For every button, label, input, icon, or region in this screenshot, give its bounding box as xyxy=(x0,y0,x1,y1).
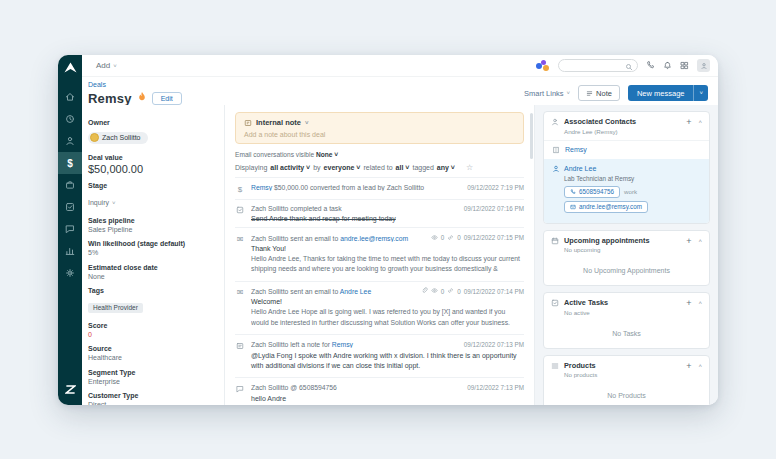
deal-value-label: Deal value xyxy=(88,154,216,161)
timestamp: 09/12/2022 07:16 PM xyxy=(464,205,524,212)
card-title: Associated Contacts xyxy=(564,117,636,126)
eye-icon xyxy=(431,287,438,295)
email-recipient-link[interactable]: andre.lee@remsy.com xyxy=(340,235,408,242)
add-product-button[interactable]: + xyxy=(686,361,691,371)
close-date-label: Estimated close date xyxy=(88,264,216,271)
user-filter-dropdown[interactable]: everyone ˅ xyxy=(324,164,361,171)
chevron-down-icon: ˅ xyxy=(112,200,116,206)
timestamp: 09/12/2022 7:13 PM xyxy=(467,384,524,391)
person-icon xyxy=(552,165,560,173)
envelope-icon: ✉ xyxy=(235,234,245,276)
visibility-dropdown[interactable]: None ˅ xyxy=(316,151,338,158)
feed-item-email: ✉ Zach Sollitto sent an email to andre.l… xyxy=(235,227,524,281)
feed-scrollbar[interactable] xyxy=(530,113,533,159)
active-tasks-card: Active Tasks No active + ˄ No Tasks xyxy=(543,292,710,349)
companies-icon[interactable] xyxy=(58,174,82,196)
add-contact-button[interactable]: + xyxy=(686,117,691,127)
timestamp: 09/12/2022 7:19 PM xyxy=(467,184,524,191)
home-icon[interactable] xyxy=(58,86,82,108)
empty-state: No Upcoming Appointments xyxy=(544,258,709,285)
link-icon xyxy=(447,287,454,295)
phone-chip[interactable]: 6508594756 xyxy=(564,186,620,198)
timestamp: 09/12/2022 07:13 PM xyxy=(464,341,524,348)
card-subtitle: No active xyxy=(564,309,608,316)
smart-links-dropdown[interactable]: Smart Links˅ xyxy=(524,89,570,98)
appointments-card: Upcoming appointments No upcoming + ˄ No… xyxy=(543,230,710,287)
sell-sidebar-logo-icon xyxy=(63,60,78,78)
card-subtitle: No products xyxy=(564,371,597,378)
zendesk-logo-icon xyxy=(65,384,76,397)
card-subtitle: Andre Lee (Remsy) xyxy=(564,128,636,135)
settings-gear-icon[interactable] xyxy=(58,262,82,284)
check-square-icon xyxy=(235,205,245,222)
add-task-button[interactable]: + xyxy=(686,298,691,308)
contact-icon xyxy=(551,117,559,126)
customer-type-label: Customer Type xyxy=(88,392,216,399)
pipeline-label: Sales pipeline xyxy=(88,217,216,224)
leads-icon[interactable] xyxy=(58,130,82,152)
history-icon[interactable] xyxy=(58,108,82,130)
envelope-icon: ✉ xyxy=(235,287,245,329)
email-preview: Hello Andre Lee, Thanks for taking the t… xyxy=(251,254,524,276)
activity-filter-dropdown[interactable]: all activity ˅ xyxy=(270,164,310,171)
eye-icon xyxy=(431,234,438,242)
owner-chip[interactable]: Zach Sollitto xyxy=(88,132,148,144)
source-value: Healthcare xyxy=(88,354,216,361)
collapse-chevron-icon[interactable]: ˄ xyxy=(698,119,702,125)
related-filter-dropdown[interactable]: all ˅ xyxy=(396,164,410,171)
contact-name-link[interactable]: Andre Lee xyxy=(552,165,701,173)
widgets-panel: Associated Contacts Andre Lee (Remsy) + … xyxy=(535,105,718,405)
internal-note-composer[interactable]: Internal note ˅ Add a note about this de… xyxy=(235,112,524,144)
breadcrumb-deals-link[interactable]: Deals xyxy=(88,81,106,88)
company-link[interactable]: Remsy xyxy=(565,146,587,153)
pipeline-value: Sales Pipeline xyxy=(88,226,216,233)
tasks-icon[interactable] xyxy=(58,196,82,218)
email-chip[interactable]: andre.lee@remsy.com xyxy=(564,201,648,213)
search-input[interactable] xyxy=(558,59,638,72)
note-lines-icon xyxy=(586,90,593,97)
add-appointment-button[interactable]: + xyxy=(686,236,691,246)
email-recipient-link[interactable]: Andre Lee xyxy=(340,288,371,295)
reports-icon[interactable] xyxy=(58,240,82,262)
favorite-filter-star-icon[interactable]: ☆ xyxy=(466,163,473,172)
note-icon xyxy=(235,341,245,373)
profile-avatar[interactable] xyxy=(697,59,710,72)
win-likelihood-value: 5% xyxy=(88,249,216,256)
note-button[interactable]: Note xyxy=(578,85,620,101)
notifications-bell-icon[interactable] xyxy=(663,61,672,70)
tag-chip[interactable]: Health Provider xyxy=(88,303,143,313)
new-message-button[interactable]: New message ˅ xyxy=(628,85,708,101)
note-placeholder[interactable]: Add a note about this deal xyxy=(244,131,515,138)
feed-item-converted: $ Remsy $50,000.00 converted from a lead… xyxy=(235,177,524,199)
empty-state: No Products xyxy=(544,383,709,405)
chevron-down-icon: ˅ xyxy=(113,63,117,69)
source-label: Source xyxy=(88,345,216,352)
communications-icon[interactable] xyxy=(58,218,82,240)
win-likelihood-label: Win likelihood (stage default) xyxy=(88,240,216,247)
chevron-down-icon[interactable]: ˅ xyxy=(305,120,309,126)
deals-icon[interactable]: $ xyxy=(58,152,82,174)
deal-link[interactable]: Remsy xyxy=(332,341,353,348)
phone-icon[interactable] xyxy=(646,61,655,70)
deal-link[interactable]: Remsy xyxy=(251,184,272,191)
main-sidebar: $ xyxy=(58,55,82,405)
associated-contacts-card: Associated Contacts Andre Lee (Remsy) + … xyxy=(543,111,710,224)
products-icon xyxy=(551,361,559,370)
add-button[interactable]: Add ˅ xyxy=(96,61,117,70)
paperclip-icon xyxy=(421,287,428,295)
collapse-chevron-icon[interactable]: ˄ xyxy=(698,363,702,369)
dollar-icon: $ xyxy=(235,184,245,194)
tagged-filter-dropdown[interactable]: any ˅ xyxy=(437,164,455,171)
collapse-chevron-icon[interactable]: ˄ xyxy=(698,300,702,306)
customer-type-value: Direct xyxy=(88,401,216,405)
stage-label: Stage xyxy=(88,182,216,189)
collapse-chevron-icon[interactable]: ˄ xyxy=(698,238,702,244)
sms-text: hello Andre xyxy=(251,394,524,405)
edit-button[interactable]: Edit xyxy=(152,92,182,105)
apps-grid-icon[interactable] xyxy=(680,61,689,70)
chevron-down-icon[interactable]: ˅ xyxy=(693,85,708,101)
segment-type-value: Enterprise xyxy=(88,378,216,385)
note-icon xyxy=(244,119,252,127)
card-title: Active Tasks xyxy=(564,298,608,307)
stage-dropdown[interactable]: Inquiry˅ xyxy=(88,199,116,206)
